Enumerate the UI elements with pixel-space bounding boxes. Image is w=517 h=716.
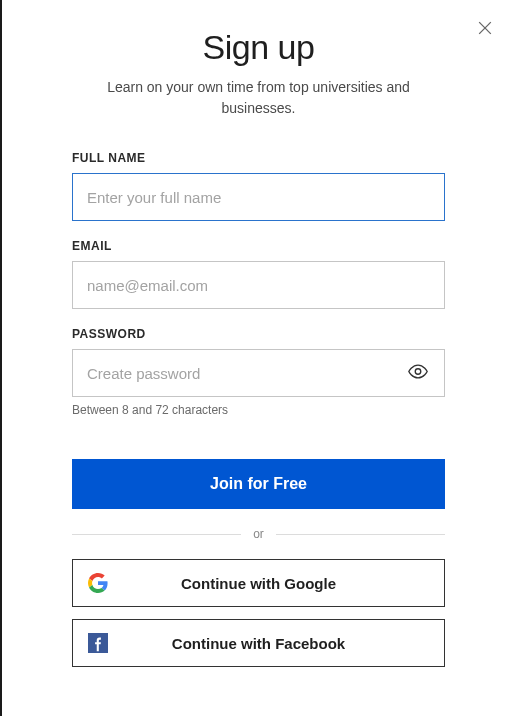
facebook-button-label: Continue with Facebook <box>123 635 444 652</box>
email-input[interactable] <box>72 261 445 309</box>
divider-text: or <box>241 527 276 541</box>
google-icon <box>73 573 123 593</box>
signup-modal: Sign up Learn on your own time from top … <box>0 0 517 667</box>
continue-with-facebook-button[interactable]: Continue with Facebook <box>72 619 445 667</box>
password-group: PASSWORD Between 8 and 72 characters <box>72 327 445 417</box>
google-button-label: Continue with Google <box>123 575 444 592</box>
divider-line-right <box>276 534 445 535</box>
password-label: PASSWORD <box>72 327 445 341</box>
page-title: Sign up <box>72 28 445 67</box>
continue-with-google-button[interactable]: Continue with Google <box>72 559 445 607</box>
close-icon <box>475 18 495 38</box>
page-subtitle: Learn on your own time from top universi… <box>72 77 445 119</box>
svg-point-2 <box>415 369 421 375</box>
join-button[interactable]: Join for Free <box>72 459 445 509</box>
window-left-edge <box>0 0 2 716</box>
toggle-password-visibility-button[interactable] <box>403 357 433 390</box>
signup-form: FULL NAME EMAIL PASSWORD <box>72 151 445 667</box>
eye-icon <box>407 361 429 383</box>
password-hint: Between 8 and 72 characters <box>72 403 445 417</box>
divider: or <box>72 527 445 541</box>
fullname-label: FULL NAME <box>72 151 445 165</box>
email-label: EMAIL <box>72 239 445 253</box>
divider-line-left <box>72 534 241 535</box>
close-button[interactable] <box>475 18 495 38</box>
fullname-group: FULL NAME <box>72 151 445 221</box>
fullname-input[interactable] <box>72 173 445 221</box>
email-group: EMAIL <box>72 239 445 309</box>
password-input[interactable] <box>72 349 445 397</box>
facebook-icon <box>73 633 123 653</box>
